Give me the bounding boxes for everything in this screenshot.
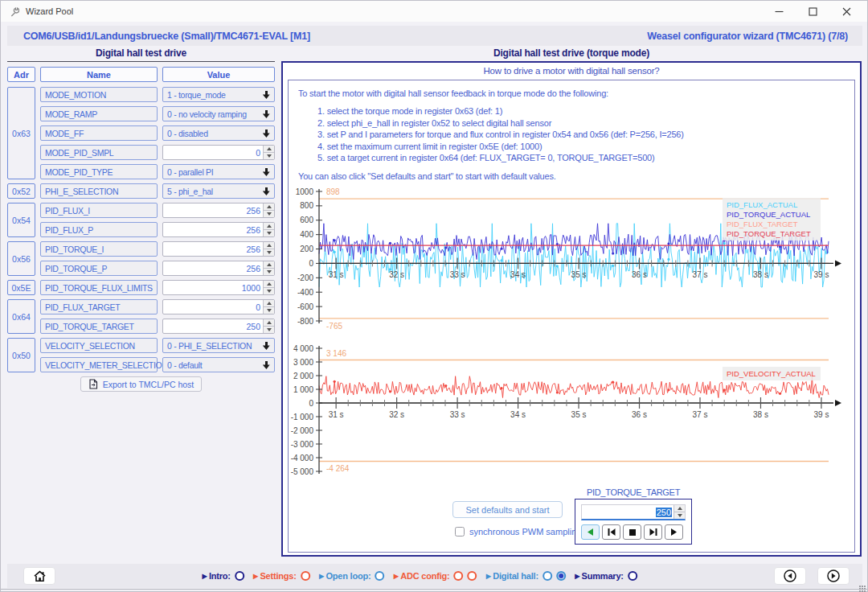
export-button[interactable]: Export to TMCL/PC host [80, 376, 203, 392]
spinbox-spinner[interactable] [263, 319, 274, 333]
spin-down-button[interactable] [264, 326, 274, 333]
wrench-icon [9, 6, 19, 17]
spin-up-button[interactable] [264, 204, 274, 210]
spin-down-button[interactable] [264, 229, 274, 236]
resize-grip[interactable] [859, 586, 866, 592]
spinbox-spinner[interactable] [263, 300, 274, 314]
circle-arrow-left-icon [783, 569, 797, 583]
spin-up-button[interactable] [264, 281, 274, 287]
value-spinbox[interactable]: 256 [162, 203, 275, 218]
skip-to-start-icon [607, 528, 616, 536]
nav-radio[interactable] [628, 571, 637, 581]
svg-text:-200: -200 [297, 273, 313, 282]
value-spinbox[interactable]: 256 [162, 261, 275, 276]
value-spinbox[interactable]: 250 [162, 319, 275, 334]
nav-item: ►Settings: [252, 571, 310, 581]
spinbox-spinner[interactable] [263, 281, 274, 294]
spinbox-value: 0 [166, 148, 263, 158]
nav-radio-checked[interactable] [556, 571, 566, 581]
spinbox-spinner[interactable] [263, 261, 274, 275]
next-page-button[interactable] [817, 567, 850, 585]
nav-item: ►Summary: [573, 571, 637, 581]
svg-text:4 000: 4 000 [293, 344, 313, 353]
table-row: MODE_FF0 - disabled [40, 125, 275, 141]
svg-text:-600: -600 [297, 302, 313, 311]
nav-item-label: ►Digital hall: [485, 571, 538, 581]
spin-down-button[interactable] [264, 268, 274, 275]
nav-item-label: ►Settings: [252, 571, 297, 581]
spin-down-button[interactable] [264, 306, 274, 314]
spin-up-button[interactable] [674, 505, 685, 512]
dropdown-arrow-icon [263, 361, 270, 369]
dropdown-arrow-icon [263, 168, 270, 176]
value-dropdown[interactable]: 0 - PHI_E_SELECTION [162, 338, 275, 353]
torque-target-spinner[interactable] [674, 505, 685, 519]
skip-to-end-button[interactable] [644, 524, 662, 540]
value-spinbox[interactable]: 1000 [162, 280, 275, 295]
spin-up-button[interactable] [264, 223, 274, 229]
nav-radio[interactable] [454, 571, 464, 581]
value-dropdown[interactable]: 0 - default [162, 357, 275, 372]
register-address: 0x50 [7, 338, 35, 372]
nav-radio[interactable] [235, 571, 244, 581]
skip-to-start-button[interactable] [602, 524, 620, 540]
reverse-button[interactable] [581, 524, 600, 540]
close-button[interactable] [840, 6, 853, 17]
spin-down-button[interactable] [264, 287, 274, 294]
spin-down-button[interactable] [264, 152, 274, 159]
value-spinbox[interactable]: 0 [162, 145, 275, 160]
table-header: Adr Name Value [7, 67, 275, 82]
table-row: PID_FLUX_P256 [40, 222, 275, 237]
spinbox-spinner[interactable] [263, 146, 274, 159]
spin-down-button[interactable] [264, 210, 274, 217]
minimize-button[interactable] [772, 6, 785, 17]
field-name-cell: MODE_PID_SMPL [40, 145, 158, 160]
nav-radio[interactable] [468, 571, 477, 581]
app-window: Wizard Pool COM6/USB/id1/Landungsbruecke… [0, 0, 868, 592]
window-title: Wizard Pool [26, 6, 73, 16]
torque-target-spinbox[interactable]: 250 [581, 504, 686, 520]
field-name-cell: VELOCITY_METER_SELECTION [40, 357, 158, 372]
svg-text:400: 400 [300, 230, 313, 239]
torque-target-value: 250 [656, 508, 672, 517]
spinbox-spinner[interactable] [263, 242, 274, 256]
nav-radio[interactable] [301, 571, 310, 581]
prev-page-button[interactable] [774, 567, 806, 585]
value-spinbox[interactable]: 256 [162, 222, 275, 237]
sync-pwm-checkbox[interactable] [455, 527, 465, 536]
svg-text:33 s: 33 s [450, 410, 465, 419]
maximize-button[interactable] [806, 6, 819, 17]
torque-flux-chart: 898-76510008006004002000-200-400-600-800… [289, 182, 854, 346]
playback-buttons [581, 524, 686, 540]
svg-text:36 s: 36 s [632, 410, 647, 419]
spin-up-button[interactable] [264, 261, 274, 268]
value-spinbox[interactable]: 0 [162, 299, 275, 314]
spin-up-button[interactable] [264, 146, 274, 152]
home-button[interactable] [23, 567, 55, 585]
value-dropdown[interactable]: 1 - torque_mode [162, 87, 275, 102]
table-row: MODE_RAMP0 - no velocity ramping [40, 106, 275, 121]
value-spinbox[interactable]: 256 [162, 241, 275, 257]
play-button[interactable] [665, 524, 683, 540]
spin-up-button[interactable] [264, 319, 274, 326]
spin-down-button[interactable] [674, 512, 685, 519]
spin-down-button[interactable] [264, 249, 274, 256]
set-defaults-button[interactable]: Set defaults and start [452, 501, 563, 518]
svg-text:-4 000: -4 000 [291, 454, 314, 462]
svg-text:39 s: 39 s [813, 270, 829, 279]
spin-up-button[interactable] [264, 242, 274, 249]
value-dropdown[interactable]: 0 - no velocity ramping [162, 106, 275, 121]
column-header-name: Name [40, 67, 158, 82]
value-dropdown[interactable]: 0 - disabled [162, 125, 275, 141]
value-dropdown[interactable]: 5 - phi_e_hal [162, 183, 275, 199]
spinbox-spinner[interactable] [263, 223, 274, 236]
nav-radio[interactable] [542, 571, 552, 581]
spin-up-button[interactable] [264, 300, 274, 306]
register-group: 0x63MODE_MOTION1 - torque_modeMODE_RAMP0… [7, 87, 275, 179]
table-row: PID_TORQUE_FLUX_LIMITS1000 [40, 280, 275, 295]
stop-button[interactable] [623, 524, 641, 540]
table-row: PID_FLUX_I256 [40, 203, 275, 218]
spinbox-spinner[interactable] [263, 204, 274, 217]
nav-radio[interactable] [375, 571, 384, 581]
value-dropdown[interactable]: 0 - parallel PI [162, 164, 275, 179]
